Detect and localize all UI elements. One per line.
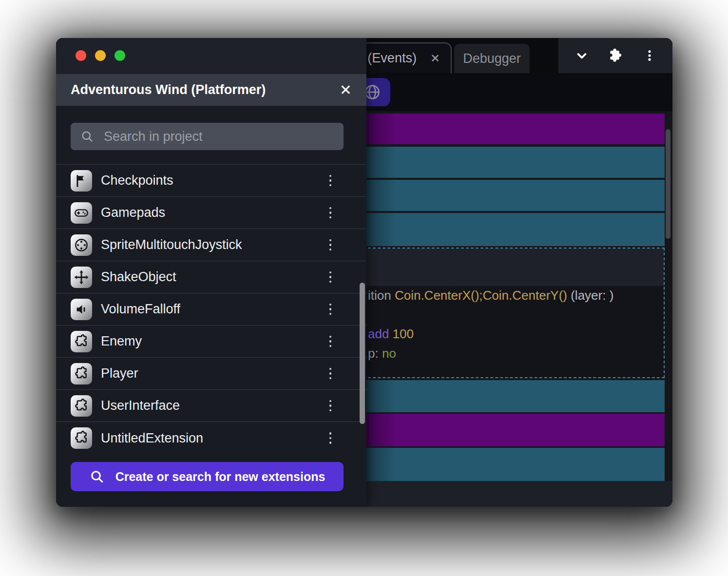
list-item-label: Player [101,366,319,381]
list-item-label: SpriteMultitouchJoystick [101,237,319,252]
code-segment: Coin.CenterX() [395,288,479,303]
code-segment: ition [368,288,395,303]
events-scrollbar[interactable] [666,129,671,239]
kebab-menu-icon[interactable] [327,334,334,349]
search-input[interactable] [104,129,334,144]
kebab-menu-icon[interactable] [639,45,660,66]
event-code-line: p: no [368,346,396,361]
list-item[interactable]: VolumeFalloff [56,293,366,326]
kebab-menu-icon[interactable] [327,302,334,317]
list-item-label: UntitledExtension [101,431,319,446]
list-item[interactable]: UntitledExtension [56,422,366,454]
events-sheet-footer [363,481,672,507]
event-condition-area[interactable] [364,249,664,286]
window-top-controls [558,38,672,73]
puzzle-icon [71,363,92,384]
kebab-menu-icon[interactable] [327,430,334,446]
code-segment: add [368,326,393,341]
list-item-label: VolumeFalloff [101,302,319,317]
kebab-menu-icon[interactable] [327,398,334,414]
traffic-light-minimize[interactable] [95,50,106,61]
list-item-label: Gamepads [101,205,319,220]
panel-title: Adventurous Wind (Platformer) [71,82,340,97]
create-extension-button[interactable]: Create or search for new extensions [71,462,344,491]
list-item[interactable]: Checkpoints [56,165,366,197]
list-item-label: Checkpoints [101,173,319,188]
extensions-panel: Adventurous Wind (Platformer) ✕ Checkpoi… [56,38,366,507]
gdevelop-window: (Events) ✕ Debugger [56,38,672,507]
code-segment: no [382,346,396,361]
event-row-teal[interactable] [366,448,665,481]
traffic-light-close[interactable] [76,50,86,61]
create-extension-label: Create or search for new extensions [115,470,326,484]
list-item[interactable]: UserInterface [56,390,366,422]
extensions-list: CheckpointsGamepadsSpriteMultitouchJoyst… [56,164,366,454]
puzzle-icon [71,427,92,449]
search-icon [80,130,94,143]
tab-debugger-label: Debugger [463,51,521,66]
list-item[interactable]: Player [56,358,366,390]
speaker-icon [71,299,92,320]
close-icon[interactable]: ✕ [340,83,352,97]
tab-debugger[interactable]: Debugger [454,44,530,73]
joystick-icon [71,234,92,256]
event-row-teal[interactable] [366,380,665,412]
list-item[interactable]: SpriteMultitouchJoystick [56,229,366,261]
tab-close-icon[interactable]: ✕ [430,53,440,64]
list-item-label: ShakeObject [101,269,319,285]
panel-titlebar [56,38,366,74]
code-segment: 100 [393,326,414,341]
code-segment: (layer: ) [567,288,613,303]
puzzle-icon [71,395,92,417]
list-item-label: UserInterface [101,398,319,413]
event-row-teal[interactable] [366,147,665,178]
screenshot-stage: (Events) ✕ Debugger [0,0,728,576]
code-segment: Coin.CenterY() [483,288,567,303]
kebab-menu-icon[interactable] [327,173,334,189]
chevron-down-icon[interactable] [571,45,593,66]
search-icon [89,469,105,484]
list-item[interactable]: Enemy [56,326,366,358]
event-row-purple[interactable] [366,414,665,446]
traffic-light-zoom[interactable] [115,50,125,61]
event-row-purple[interactable] [366,114,665,144]
kebab-menu-icon[interactable] [327,269,334,285]
kebab-menu-icon[interactable] [327,366,334,382]
flag-icon [71,170,92,192]
project-search[interactable] [71,123,344,150]
kebab-menu-icon[interactable] [327,205,334,221]
panel-scrollbar[interactable] [360,283,365,424]
list-item[interactable]: ShakeObject [56,261,366,293]
code-segment: p: [368,346,382,361]
list-item-label: Enemy [101,334,319,349]
panel-header: Adventurous Wind (Platformer) ✕ [56,74,366,106]
selected-event[interactable]: ition Coin.CenterX();Coin.CenterY() (lay… [363,248,665,378]
event-code-line: ition Coin.CenterX();Coin.CenterY() (lay… [368,288,613,303]
extensions-puzzle-icon[interactable] [605,45,626,66]
gamepad-icon [71,202,92,224]
move-arrows-icon [71,267,92,288]
event-row-teal[interactable] [366,180,665,211]
tab-events-label: (Events) [367,51,417,66]
list-item[interactable]: Gamepads [56,197,366,229]
event-code-line: add 100 [368,326,414,342]
code-segment: ; [479,288,482,303]
puzzle-icon [71,331,92,352]
kebab-menu-icon[interactable] [327,237,334,253]
event-row-teal[interactable] [366,213,665,246]
